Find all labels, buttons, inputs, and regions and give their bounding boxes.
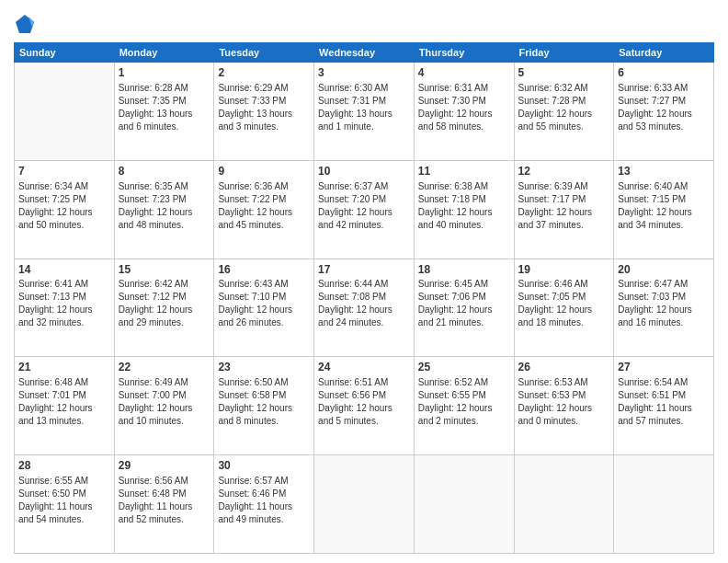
day-info: Sunrise: 6:44 AM bbox=[318, 278, 410, 291]
day-number: 18 bbox=[418, 262, 510, 278]
calendar-week-row: 21Sunrise: 6:48 AMSunset: 7:01 PMDayligh… bbox=[15, 357, 714, 455]
day-info: Daylight: 12 hours bbox=[418, 108, 510, 121]
day-number: 29 bbox=[119, 458, 210, 474]
day-info: Sunrise: 6:41 AM bbox=[18, 278, 110, 291]
day-info: Daylight: 12 hours bbox=[18, 206, 110, 219]
header bbox=[14, 9, 714, 35]
day-info: Sunrise: 6:35 AM bbox=[119, 180, 210, 193]
calendar-cell: 14Sunrise: 6:41 AMSunset: 7:13 PMDayligh… bbox=[15, 259, 115, 357]
day-info: Sunset: 7:28 PM bbox=[518, 95, 610, 108]
day-info: Daylight: 12 hours bbox=[618, 108, 710, 121]
day-info: Daylight: 12 hours bbox=[119, 402, 210, 415]
day-info: Sunrise: 6:31 AM bbox=[418, 82, 510, 95]
calendar-cell: 2Sunrise: 6:29 AMSunset: 7:33 PMDaylight… bbox=[214, 63, 314, 161]
day-info: Sunrise: 6:42 AM bbox=[119, 278, 210, 291]
day-info: Sunrise: 6:30 AM bbox=[318, 82, 410, 95]
day-info: and 8 minutes. bbox=[218, 415, 310, 428]
calendar-cell: 27Sunrise: 6:54 AMSunset: 6:51 PMDayligh… bbox=[614, 357, 714, 455]
day-info: and 52 minutes. bbox=[119, 513, 210, 526]
day-info: Sunset: 7:31 PM bbox=[318, 95, 410, 108]
day-info: Daylight: 12 hours bbox=[218, 206, 310, 219]
day-info: Sunset: 7:00 PM bbox=[119, 389, 210, 402]
day-info: and 42 minutes. bbox=[318, 219, 410, 232]
calendar-week-row: 28Sunrise: 6:55 AMSunset: 6:50 PMDayligh… bbox=[15, 455, 714, 554]
day-number: 8 bbox=[119, 164, 210, 179]
day-info: and 29 minutes. bbox=[119, 316, 210, 329]
day-info: Daylight: 12 hours bbox=[119, 206, 210, 219]
calendar-cell: 3Sunrise: 6:30 AMSunset: 7:31 PMDaylight… bbox=[314, 63, 415, 161]
day-info: Daylight: 11 hours bbox=[18, 500, 110, 513]
day-info: Sunset: 7:10 PM bbox=[218, 291, 310, 304]
calendar-cell bbox=[414, 455, 514, 554]
day-number: 9 bbox=[218, 164, 310, 179]
day-info: Sunset: 6:51 PM bbox=[618, 389, 710, 402]
calendar-cell: 9Sunrise: 6:36 AMSunset: 7:22 PMDaylight… bbox=[214, 160, 314, 259]
day-info: and 24 minutes. bbox=[318, 316, 410, 329]
day-info: and 16 minutes. bbox=[618, 316, 710, 329]
calendar-cell bbox=[15, 63, 115, 161]
day-info: Daylight: 12 hours bbox=[518, 402, 610, 415]
day-info: Sunrise: 6:57 AM bbox=[218, 475, 310, 488]
day-info: and 6 minutes. bbox=[119, 121, 210, 133]
day-info: and 45 minutes. bbox=[218, 219, 310, 232]
calendar-week-row: 1Sunrise: 6:28 AMSunset: 7:35 PMDaylight… bbox=[15, 63, 714, 161]
day-info: Daylight: 13 hours bbox=[218, 108, 310, 121]
calendar-header: SundayMondayTuesdayWednesdayThursdayFrid… bbox=[15, 43, 714, 63]
day-number: 21 bbox=[18, 360, 110, 375]
day-number: 7 bbox=[18, 164, 110, 179]
day-info: and 53 minutes. bbox=[618, 121, 710, 133]
day-info: and 40 minutes. bbox=[418, 219, 510, 232]
day-info: Sunset: 6:48 PM bbox=[119, 488, 210, 500]
day-info: Sunset: 6:56 PM bbox=[318, 389, 410, 402]
day-info: Daylight: 12 hours bbox=[618, 206, 710, 219]
calendar-cell: 1Sunrise: 6:28 AMSunset: 7:35 PMDaylight… bbox=[114, 63, 214, 161]
calendar-cell bbox=[514, 455, 614, 554]
day-info: Sunset: 7:15 PM bbox=[618, 193, 710, 206]
day-info: Sunset: 7:25 PM bbox=[18, 193, 110, 206]
day-info: Sunrise: 6:37 AM bbox=[318, 180, 410, 193]
day-number: 27 bbox=[618, 360, 710, 375]
day-info: and 54 minutes. bbox=[18, 513, 110, 526]
calendar-cell: 30Sunrise: 6:57 AMSunset: 6:46 PMDayligh… bbox=[214, 455, 314, 554]
calendar-cell bbox=[614, 455, 714, 554]
day-info: Sunset: 7:01 PM bbox=[18, 389, 110, 402]
day-info: Sunrise: 6:54 AM bbox=[618, 376, 710, 389]
day-info: and 21 minutes. bbox=[418, 316, 510, 329]
day-info: Sunrise: 6:32 AM bbox=[518, 82, 610, 95]
calendar-body: 1Sunrise: 6:28 AMSunset: 7:35 PMDaylight… bbox=[15, 63, 714, 554]
day-info: Sunrise: 6:53 AM bbox=[518, 376, 610, 389]
day-number: 28 bbox=[18, 458, 110, 474]
day-info: Daylight: 12 hours bbox=[418, 402, 510, 415]
day-info: and 58 minutes. bbox=[418, 121, 510, 133]
day-info: and 3 minutes. bbox=[218, 121, 310, 133]
day-info: Sunrise: 6:47 AM bbox=[618, 278, 710, 291]
day-info: and 32 minutes. bbox=[18, 316, 110, 329]
day-info: Sunrise: 6:55 AM bbox=[18, 475, 110, 488]
day-info: Sunset: 6:55 PM bbox=[418, 389, 510, 402]
day-info: Daylight: 12 hours bbox=[518, 108, 610, 121]
day-number: 1 bbox=[119, 65, 210, 81]
day-info: and 49 minutes. bbox=[218, 513, 310, 526]
day-info: Sunset: 7:23 PM bbox=[119, 193, 210, 206]
calendar-cell: 22Sunrise: 6:49 AMSunset: 7:00 PMDayligh… bbox=[114, 357, 214, 455]
day-number: 26 bbox=[518, 360, 610, 375]
day-info: and 57 minutes. bbox=[618, 415, 710, 428]
day-info: Sunset: 7:27 PM bbox=[618, 95, 710, 108]
day-info: Sunrise: 6:34 AM bbox=[18, 180, 110, 193]
calendar-header-cell: Wednesday bbox=[314, 43, 415, 63]
page: SundayMondayTuesdayWednesdayThursdayFrid… bbox=[0, 0, 728, 563]
day-number: 6 bbox=[618, 65, 710, 81]
calendar-cell: 12Sunrise: 6:39 AMSunset: 7:17 PMDayligh… bbox=[514, 160, 614, 259]
day-number: 23 bbox=[218, 360, 310, 375]
day-info: Sunrise: 6:51 AM bbox=[318, 376, 410, 389]
day-number: 24 bbox=[318, 360, 410, 375]
day-info: and 13 minutes. bbox=[18, 415, 110, 428]
calendar-cell: 26Sunrise: 6:53 AMSunset: 6:53 PMDayligh… bbox=[514, 357, 614, 455]
header-row: SundayMondayTuesdayWednesdayThursdayFrid… bbox=[15, 43, 714, 63]
day-info: Sunset: 6:46 PM bbox=[218, 488, 310, 500]
day-info: Daylight: 11 hours bbox=[119, 500, 210, 513]
day-info: Daylight: 12 hours bbox=[518, 206, 610, 219]
day-info: and 0 minutes. bbox=[518, 415, 610, 428]
calendar-cell: 13Sunrise: 6:40 AMSunset: 7:15 PMDayligh… bbox=[614, 160, 714, 259]
calendar-header-cell: Monday bbox=[114, 43, 214, 63]
